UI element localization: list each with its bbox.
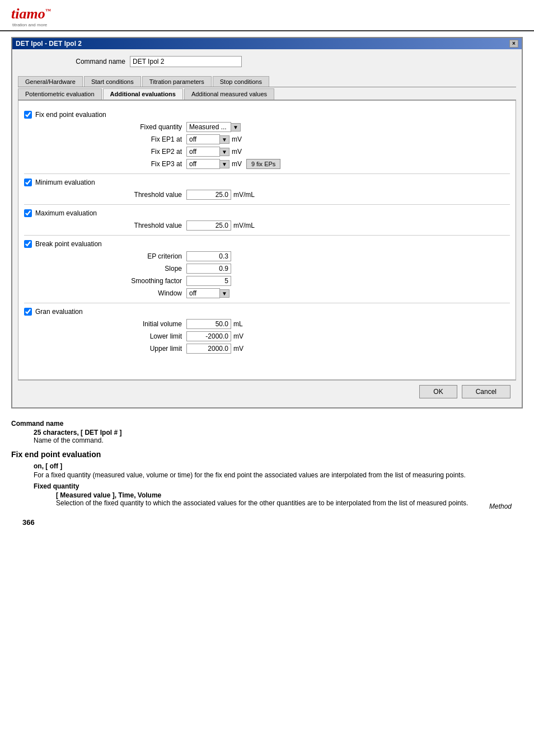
- ep-criterion-label: EP criterion: [24, 252, 186, 260]
- break-point-checkbox-label[interactable]: Break point evaluation: [24, 240, 102, 248]
- maximum-checkbox[interactable]: [24, 209, 32, 217]
- fixed-quantity-input[interactable]: [186, 122, 231, 132]
- minimum-threshold-label: Threshold value: [24, 191, 186, 199]
- slope-row: Slope: [24, 264, 510, 274]
- maximum-threshold-row: Threshold value mV/mL: [24, 220, 510, 231]
- minimum-section-header: Minimum evaluation: [24, 179, 510, 186]
- fixed-quantity-dropdown[interactable]: ▼: [231, 123, 241, 132]
- dialog-title: DET Ipol - DET Ipol 2: [16, 40, 82, 48]
- tab-stop-conditions[interactable]: Stop conditions: [213, 76, 269, 87]
- minimum-checkbox-label[interactable]: Minimum evaluation: [24, 179, 95, 186]
- logo-tm: ™: [45, 8, 51, 14]
- fix-eps-button[interactable]: 9 fix EPs: [246, 159, 280, 169]
- fix-ep1-input[interactable]: [186, 134, 220, 144]
- upper-limit-label: Upper limit: [24, 345, 186, 353]
- gran-checkbox-label[interactable]: Gran evaluation: [24, 308, 83, 316]
- fix-ep2-group: ▼: [186, 147, 229, 157]
- lower-limit-input[interactable]: [186, 331, 231, 341]
- help-fixed-quantity-inner: [ Measured value ], Time, Volume Selecti…: [34, 491, 523, 507]
- help-command-detail-bold: 25 characters, [ DET Ipol # ]: [34, 429, 121, 436]
- upper-limit-unit: mV: [233, 345, 243, 353]
- fix-ep3-row: Fix EP3 at ▼ mV 9 fix EPs: [24, 159, 510, 169]
- maximum-label: Maximum evaluation: [35, 209, 97, 217]
- ok-button[interactable]: OK: [419, 385, 457, 398]
- maximum-checkbox-label[interactable]: Maximum evaluation: [24, 209, 97, 217]
- minimum-checkbox[interactable]: [24, 179, 32, 186]
- fix-ep3-input[interactable]: [186, 159, 220, 169]
- fix-ep1-dropdown[interactable]: ▼: [220, 135, 229, 144]
- break-point-label: Break point evaluation: [35, 240, 102, 248]
- fix-ep1-group: ▼: [186, 134, 229, 144]
- maximum-threshold-unit: mV/mL: [233, 222, 255, 229]
- tab-start-conditions[interactable]: Start conditions: [84, 76, 141, 87]
- break-point-checkbox[interactable]: [24, 240, 32, 248]
- maximum-section-header: Maximum evaluation: [24, 209, 510, 217]
- minimum-threshold-unit: mV/mL: [233, 191, 255, 199]
- maximum-threshold-input[interactable]: [186, 220, 231, 231]
- help-fix-on-desc: For a fixed quantity (measured value, vo…: [34, 471, 523, 479]
- minimum-label: Minimum evaluation: [35, 179, 95, 186]
- smoothing-input[interactable]: [186, 276, 231, 286]
- lower-limit-label: Lower limit: [24, 332, 186, 340]
- help-command-name-field: Command name: [11, 420, 523, 428]
- fix-end-point-checkbox-label[interactable]: Fix end point evaluation: [24, 111, 106, 119]
- fix-ep3-label: Fix EP3 at: [24, 160, 186, 168]
- tab-additional-evaluations[interactable]: Additional evaluations: [103, 88, 183, 100]
- ep-criterion-row: EP criterion: [24, 251, 510, 261]
- fix-ep1-unit: mV: [232, 135, 242, 143]
- help-fixed-quantity-area: Fixed quantity [ Measured value ], Time,…: [11, 482, 523, 507]
- fix-ep3-unit: mV: [232, 160, 242, 168]
- fix-ep2-input[interactable]: [186, 147, 220, 157]
- logo-subtitle: titration and more: [12, 22, 523, 27]
- tabs-row2: Potentiometric evaluation Additional eva…: [18, 87, 516, 100]
- tab-general-hardware[interactable]: General/Hardware: [18, 76, 83, 87]
- dialog-close-button[interactable]: ×: [509, 40, 518, 48]
- help-fixed-quantity-sub: Fixed quantity: [34, 482, 523, 490]
- window-label: Window: [24, 289, 186, 297]
- window-dropdown[interactable]: ▼: [220, 289, 229, 298]
- content-panel: Fix end point evaluation Fixed quantity …: [18, 100, 516, 380]
- help-command-name-detail: 25 characters, [ DET Ipol # ] Name of th…: [11, 429, 523, 444]
- window-group: ▼: [186, 288, 229, 298]
- page-footer: 366 Method: [0, 513, 534, 538]
- help-fix-end-point-title: Fix end point evaluation: [11, 450, 523, 459]
- divider-3: [24, 235, 510, 236]
- slope-input[interactable]: [186, 264, 231, 274]
- logo-text: tiamo™: [11, 6, 51, 22]
- smoothing-label: Smoothing factor: [24, 277, 186, 285]
- tab-additional-measured-values[interactable]: Additional measured values: [184, 88, 274, 100]
- help-fixed-quantity-desc: Selection of the fixed quantity to which…: [56, 499, 468, 507]
- cancel-button[interactable]: Cancel: [462, 385, 510, 398]
- fix-ep3-dropdown[interactable]: ▼: [220, 160, 229, 168]
- dialog-window: DET Ipol - DET Ipol 2 × Command name Gen…: [11, 37, 523, 408]
- upper-limit-row: Upper limit mV: [24, 344, 510, 354]
- fix-end-point-checkbox[interactable]: [24, 111, 32, 119]
- fix-end-point-label: Fix end point evaluation: [35, 111, 106, 119]
- help-fix-on-detail: on, [ off ]: [34, 462, 523, 470]
- ep-criterion-input[interactable]: [186, 251, 231, 261]
- fix-ep2-dropdown[interactable]: ▼: [220, 148, 229, 156]
- dialog-body: Command name General/Hardware Start cond…: [12, 49, 522, 407]
- fix-ep2-label: Fix EP2 at: [24, 148, 186, 156]
- window-input[interactable]: [186, 288, 220, 298]
- fixed-quantity-row: Fixed quantity ▼: [24, 122, 510, 132]
- measured-group: ▼: [186, 122, 241, 132]
- tab-potentiometric-evaluation[interactable]: Potentiometric evaluation: [18, 88, 102, 100]
- fixed-quantity-label: Fixed quantity: [24, 123, 186, 131]
- fix-ep1-label: Fix EP1 at: [24, 135, 186, 143]
- initial-volume-input[interactable]: [186, 319, 231, 329]
- upper-limit-input[interactable]: [186, 344, 231, 354]
- slope-label: Slope: [24, 265, 186, 273]
- gran-checkbox[interactable]: [24, 308, 32, 316]
- gran-section-header: Gran evaluation: [24, 308, 510, 316]
- command-name-input[interactable]: [130, 56, 242, 67]
- help-area: Command name 25 characters, [ DET Ipol #…: [0, 414, 534, 513]
- tab-titration-parameters[interactable]: Titration parameters: [142, 76, 212, 87]
- command-name-row: Command name: [18, 54, 516, 69]
- page-number: 366: [11, 518, 35, 527]
- initial-volume-row: Initial volume mL: [24, 319, 510, 329]
- smoothing-row: Smoothing factor: [24, 276, 510, 286]
- fix-ep1-row: Fix EP1 at ▼ mV: [24, 134, 510, 144]
- tabs-row1: General/Hardware Start conditions Titrat…: [18, 75, 516, 87]
- minimum-threshold-input[interactable]: [186, 190, 231, 200]
